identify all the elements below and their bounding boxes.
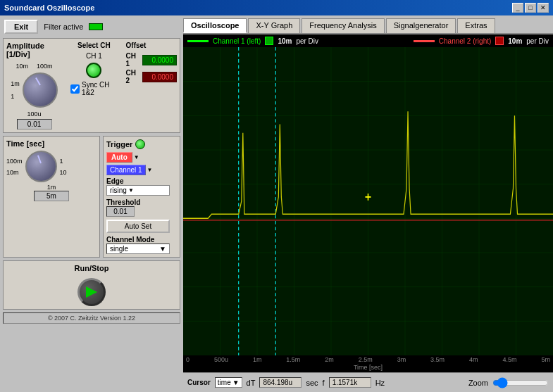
time-value: 5m bbox=[34, 191, 69, 201]
threshold-title: Threshold bbox=[106, 198, 177, 206]
offset-ch1-value[interactable]: 0.0000 bbox=[142, 55, 177, 65]
time-tick-0: 0 bbox=[186, 356, 189, 363]
threshold-area: Threshold bbox=[106, 198, 177, 217]
edge-row: Edge rising ▼ bbox=[106, 177, 177, 196]
ch1-checkbox[interactable] bbox=[265, 37, 273, 45]
ch1-per-div-unit: per Div bbox=[296, 37, 318, 45]
time-tick-500u: 500u bbox=[214, 356, 228, 363]
window-controls: _ □ ✕ bbox=[512, 3, 549, 13]
minimize-button[interactable]: _ bbox=[512, 3, 523, 13]
close-button[interactable]: ✕ bbox=[538, 3, 549, 13]
channel-dropdown-arrow[interactable]: ▼ bbox=[147, 167, 153, 173]
play-icon bbox=[86, 286, 97, 298]
tab-xy-graph[interactable]: X-Y Graph bbox=[248, 18, 300, 33]
time-axis-unit: Time [sec] bbox=[183, 364, 553, 372]
mode-arrow: ▼ bbox=[159, 245, 166, 253]
time-label-1m: 1m bbox=[47, 184, 56, 191]
f-value: 1.1571k bbox=[329, 377, 371, 388]
channel-mode-dropdown[interactable]: single ▼ bbox=[106, 244, 170, 254]
time-knob[interactable] bbox=[25, 151, 57, 182]
dt-label: dT bbox=[247, 379, 256, 387]
run-stop-button[interactable] bbox=[77, 278, 106, 306]
time-label-1: 1 bbox=[60, 158, 67, 165]
maximize-button[interactable]: □ bbox=[525, 3, 536, 13]
amp-label-10m: 10m bbox=[16, 63, 29, 70]
amplitude-title: Amplitude [1/Div] bbox=[6, 42, 62, 58]
time-label-100m: 100m bbox=[6, 158, 23, 165]
channel-bar: Channel 1 (left) 10m per Div Channel 2 (… bbox=[183, 34, 553, 47]
offset-title: Offset bbox=[126, 42, 177, 49]
auto-dropdown-arrow[interactable]: ▼ bbox=[134, 154, 139, 160]
offset-ch2-value[interactable]: 0.0000 bbox=[142, 72, 177, 82]
ch1-line bbox=[187, 40, 209, 42]
time-axis: 0 500u 1m 1.5m 2m 2.5m 3m 3.5m 4m 4.5m 5… bbox=[183, 355, 553, 364]
auto-set-button[interactable]: Auto Set bbox=[106, 220, 170, 233]
amplitude-value: 0.01 bbox=[17, 119, 52, 129]
ch2-checkbox[interactable] bbox=[495, 37, 504, 45]
zoom-slider[interactable] bbox=[492, 377, 549, 388]
tab-signal-generator[interactable]: Signalgenerator bbox=[386, 18, 456, 33]
cursor-type-arrow: ▼ bbox=[232, 379, 240, 386]
time-tick-1m: 1m bbox=[253, 356, 262, 363]
time-tick-4m: 4m bbox=[469, 356, 478, 363]
time-trigger-layout: Time [sec] 100m 10m 1 10 1m bbox=[3, 136, 180, 258]
select-ch-area: Select CH CH 1 Sync CH 1&2 bbox=[70, 42, 117, 129]
tab-extras[interactable]: Extras bbox=[457, 18, 495, 33]
title-bar: Soundcard Oszilloscope _ □ ✕ bbox=[0, 0, 553, 15]
right-panel: Oscilloscope X-Y Graph Frequency Analysi… bbox=[183, 15, 553, 392]
filter-indicator bbox=[89, 23, 103, 30]
edge-dropdown[interactable]: rising ▼ bbox=[106, 185, 170, 196]
cursor-bar: Cursor time ▼ dT 864.198u sec f 1.1571k … bbox=[183, 372, 553, 392]
amplitude-knob[interactable] bbox=[23, 72, 58, 108]
time-tick-2-5m: 2.5m bbox=[359, 356, 373, 363]
trigger-channel-button[interactable]: Channel 1 bbox=[106, 165, 146, 175]
tab-bar: Oscilloscope X-Y Graph Frequency Analysi… bbox=[183, 15, 553, 34]
ch1-bar-label: Channel 1 (left) bbox=[213, 37, 261, 45]
tab-frequency-analysis[interactable]: Frequency Analysis bbox=[302, 18, 384, 33]
trigger-auto-button[interactable]: Auto bbox=[106, 152, 132, 163]
window-title: Soundcard Oszilloscope bbox=[4, 4, 94, 12]
sync-label: Sync CH 1&2 bbox=[82, 81, 117, 96]
offset-ch1-row: CH 1 0.0000 bbox=[126, 52, 177, 68]
offset-ch1-label: CH 1 bbox=[126, 52, 140, 68]
offset-ch2-label: CH 2 bbox=[126, 69, 140, 84]
time-tick-3-5m: 3.5m bbox=[430, 356, 445, 363]
time-tick-5m: 5m bbox=[541, 356, 550, 363]
run-stop-section: Run/Stop bbox=[3, 260, 180, 310]
ch2-bar-label: Channel 2 (right) bbox=[439, 37, 491, 45]
top-controls: Exit Filter active bbox=[3, 18, 180, 35]
sync-checkbox[interactable]: Sync CH 1&2 bbox=[70, 81, 117, 96]
ch2-per-div-value: 10m bbox=[508, 37, 522, 45]
cursor-type-value: time bbox=[218, 379, 231, 386]
tab-oscilloscope[interactable]: Oscilloscope bbox=[183, 18, 247, 33]
amp-label-100m: 100m bbox=[37, 63, 53, 70]
offset-ch2-row: CH 2 0.0000 bbox=[126, 69, 177, 84]
cursor-type-dropdown[interactable]: time ▼ bbox=[215, 377, 242, 388]
main-container: Exit Filter active Amplitude [1/Div] 10m… bbox=[0, 15, 553, 392]
ch2-line bbox=[414, 40, 435, 42]
edge-title: Edge bbox=[106, 177, 170, 185]
sync-check[interactable] bbox=[70, 84, 80, 94]
channel-mode-area: Channel Mode single ▼ bbox=[106, 236, 177, 254]
exit-button[interactable]: Exit bbox=[4, 20, 38, 34]
offset-area: Offset CH 1 0.0000 CH 2 0.0000 bbox=[126, 42, 177, 129]
ch1-per-div-value: 10m bbox=[278, 37, 292, 45]
time-tick-2m: 2m bbox=[325, 356, 334, 363]
cursor-label: Cursor bbox=[187, 379, 211, 386]
f-label: f bbox=[323, 379, 325, 387]
oscilloscope-display bbox=[183, 47, 553, 355]
trigger-led bbox=[135, 139, 145, 149]
amplitude-knob-area: Amplitude [1/Div] 10m 100m 1m 1 bbox=[6, 42, 62, 129]
threshold-input[interactable] bbox=[106, 206, 135, 217]
dt-unit: sec bbox=[306, 379, 318, 387]
trigger-header: Trigger bbox=[106, 139, 177, 149]
time-label-10m: 10m bbox=[6, 169, 23, 176]
time-tick-1-5m: 1.5m bbox=[286, 356, 300, 363]
amp-label-100u: 100u bbox=[27, 110, 42, 118]
left-panel: Exit Filter active Amplitude [1/Div] 10m… bbox=[0, 15, 183, 392]
channel-mode-value: single bbox=[110, 245, 128, 253]
time-section: Time [sec] 100m 10m 1 10 1m bbox=[3, 136, 100, 258]
run-stop-title: Run/Stop bbox=[75, 264, 109, 272]
ch1-label: CH 1 bbox=[86, 52, 102, 60]
edge-arrow: ▼ bbox=[128, 187, 134, 194]
